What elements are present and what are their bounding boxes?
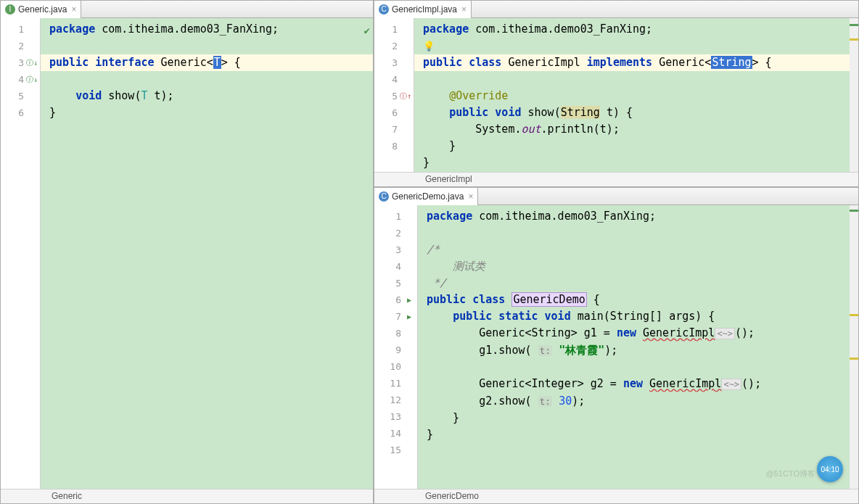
implemented-icon[interactable]: Ⓘ↓ — [27, 58, 37, 68]
bulb-icon[interactable]: 💡 — [423, 41, 435, 51]
code-area[interactable]: ✔package com.itheima.demo03_FanXing; pub… — [41, 18, 373, 489]
editor-pane-generic: I Generic.java × 1 2 3Ⓘ↓ 4Ⓘ↓ 5 6 ✔packag… — [0, 0, 374, 504]
editor-area[interactable]: 1 2 3 4 5 6▶ 7▶ 8 9 10 11 12 13 14 15 pa… — [374, 205, 858, 489]
overrides-icon[interactable]: Ⓘ↑ — [400, 91, 411, 102]
breadcrumb[interactable]: Generic — [1, 489, 373, 503]
tab-label: GenericImpl.java — [392, 4, 457, 15]
editor-pane-genericimpl: C GenericImpl.java × 1 2 3 4 5Ⓘ↑ 6 7 8 p… — [374, 0, 859, 187]
scrollstripe[interactable] — [850, 205, 858, 489]
tab-genericdemo[interactable]: C GenericDemo.java × — [374, 188, 478, 205]
implemented-icon[interactable]: Ⓘ↓ — [27, 75, 37, 85]
code-area[interactable]: package com.itheima.demo03_FanXing; /* 测… — [418, 205, 858, 489]
breadcrumb[interactable]: GenericDemo — [374, 489, 858, 503]
check-icon: ✔ — [364, 22, 370, 39]
close-icon[interactable]: × — [461, 4, 467, 15]
gutter: 1 2 3Ⓘ↓ 4Ⓘ↓ 5 6 — [1, 18, 41, 489]
run-icon[interactable]: ▶ — [404, 295, 414, 305]
class-icon: C — [379, 4, 389, 15]
close-icon[interactable]: × — [468, 191, 473, 202]
class-icon: C — [379, 191, 389, 202]
tab-label: Generic.java — [18, 4, 67, 15]
tabbar: C GenericDemo.java × — [374, 188, 858, 205]
editor-area[interactable]: 1 2 3Ⓘ↓ 4Ⓘ↓ 5 6 ✔package com.itheima.dem… — [1, 18, 373, 489]
time-badge: 04:10 — [817, 456, 843, 482]
editor-pane-genericdemo: C GenericDemo.java × 1 2 3 4 5 6▶ 7▶ 8 9… — [374, 187, 859, 504]
close-icon[interactable]: × — [71, 4, 76, 15]
tab-generic[interactable]: I Generic.java × — [1, 1, 81, 18]
interface-icon: I — [5, 4, 15, 15]
watermark-text: @51CTO博客 — [766, 468, 815, 479]
code-area[interactable]: package com.itheima.demo03_FanXing; 💡 pu… — [414, 18, 858, 172]
run-icon[interactable]: ▶ — [404, 312, 414, 322]
tabbar: C GenericImpl.java × — [374, 1, 858, 18]
gutter: 1 2 3 4 5Ⓘ↑ 6 7 8 — [374, 18, 414, 172]
breadcrumb[interactable]: GenericImpl — [374, 172, 858, 186]
tabbar: I Generic.java × — [1, 1, 373, 18]
tab-label: GenericDemo.java — [392, 191, 464, 202]
scrollstripe[interactable] — [850, 18, 858, 172]
gutter: 1 2 3 4 5 6▶ 7▶ 8 9 10 11 12 13 14 15 — [374, 205, 418, 489]
editor-area[interactable]: 1 2 3 4 5Ⓘ↑ 6 7 8 package com.itheima.de… — [374, 18, 858, 172]
tab-genericimpl[interactable]: C GenericImpl.java × — [374, 1, 472, 18]
